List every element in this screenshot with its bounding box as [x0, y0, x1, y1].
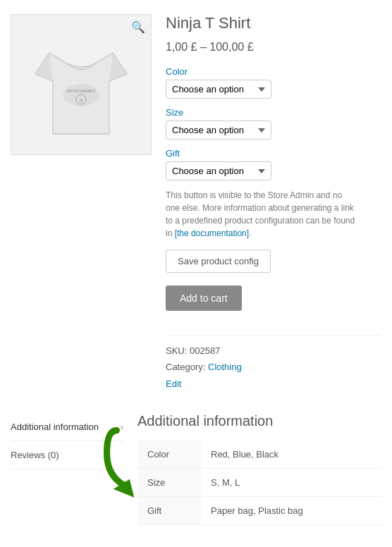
edit-link[interactable]: Edit — [166, 376, 381, 392]
product-image-col: 🔍 WOOTHEMES ★ — [11, 14, 152, 392]
product-image-wrapper: 🔍 WOOTHEMES ★ — [11, 14, 152, 155]
sku-value: 002587 — [190, 345, 220, 356]
admin-note: This button is visible to the Store Admi… — [166, 189, 356, 240]
value-gift: Paper bag, Plastic bag — [201, 497, 381, 525]
value-color: Red, Blue, Black — [201, 441, 381, 469]
save-product-config-button[interactable]: Save product config — [166, 250, 271, 273]
gift-select[interactable]: Choose an option — [166, 161, 271, 180]
arrow-icon — [92, 427, 148, 512]
product-section: 🔍 WOOTHEMES ★ Ninja T Shirt 1,00 £ – 100… — [0, 0, 392, 406]
product-price: 1,00 £ – 100,00 £ — [166, 41, 381, 54]
svg-point-0 — [63, 85, 99, 106]
product-info-col: Ninja T Shirt 1,00 £ – 100,00 £ Color Ch… — [166, 14, 381, 392]
color-select[interactable]: Choose an option — [166, 80, 271, 99]
magnify-icon[interactable]: 🔍 — [131, 20, 145, 34]
table-row: Color Red, Blue, Black — [137, 441, 381, 469]
documentation-link[interactable]: [the documentation] — [175, 228, 249, 238]
size-label: Size — [166, 107, 381, 118]
table-row: Size S, M, L — [137, 469, 381, 497]
product-title: Ninja T Shirt — [166, 14, 381, 32]
category-link[interactable]: Clothing — [208, 362, 242, 372]
bottom-section: Additional information › Reviews (0) Add… — [0, 406, 392, 539]
size-select[interactable]: Choose an option — [166, 121, 271, 140]
add-to-cart-button[interactable]: Add to cart — [166, 285, 242, 311]
svg-text:WOOTHEMES: WOOTHEMES — [67, 89, 95, 93]
additional-info-title: Additional information — [137, 413, 381, 429]
table-row: Gift Paper bag, Plastic bag — [137, 497, 381, 525]
gift-label: Gift — [166, 148, 381, 159]
tshirt-image: WOOTHEMES ★ — [28, 25, 134, 145]
value-size: S, M, L — [201, 469, 381, 497]
color-label: Color — [166, 66, 381, 77]
additional-info-col: Additional information Color Red, Blue, … — [137, 413, 381, 525]
product-meta: SKU: 002587 Category: Clothing Edit — [166, 335, 381, 392]
info-table: Color Red, Blue, Black Size S, M, L Gift… — [137, 441, 381, 525]
category-row: Category: Clothing — [166, 359, 381, 375]
arrow-container — [92, 427, 148, 512]
sku-row: SKU: 002587 — [166, 343, 381, 359]
